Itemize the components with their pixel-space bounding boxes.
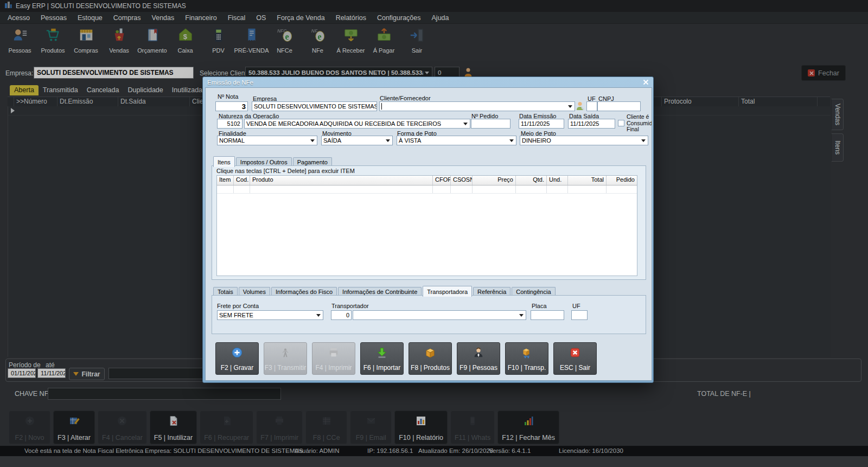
col-item: Item <box>217 176 234 185</box>
nota-label: Nº Nota <box>218 93 238 100</box>
transport-box-icon <box>521 347 533 361</box>
frete-combo-value: SEM FRETE <box>219 312 253 318</box>
chevron-down-icon <box>310 139 315 142</box>
f8-produtos-button[interactable]: F8 | Produtos <box>409 342 452 375</box>
emissao-nfe-dialog: Emissão de NFe Nº Nota 3 Empresa SOLUTI … <box>202 76 654 383</box>
forma-pgto-combo[interactable]: À VISTA <box>397 136 516 145</box>
transportador-combo[interactable] <box>353 310 526 320</box>
dialog-title: Emissão de NFe <box>207 79 253 86</box>
frete-por-conta-label: Frete por Conta <box>217 303 259 309</box>
col-preco: Preço <box>473 176 516 185</box>
movimento-combo[interactable]: SAÍDA <box>321 136 393 145</box>
button-label: F6 | Importar <box>363 364 400 372</box>
import-arrow-icon <box>376 347 388 361</box>
button-label: F8 | Produtos <box>411 364 450 372</box>
f2-gravar-button[interactable]: F2 | Gravar <box>215 342 259 375</box>
f6-importar-button[interactable]: F6 | Importar <box>360 342 404 375</box>
printer-icon <box>328 347 340 361</box>
save-plus-icon <box>231 347 243 361</box>
dialog-titlebar[interactable]: Emissão de NFe <box>205 77 651 87</box>
dialog-body: Nº Nota 3 Empresa SOLUTI DESENVOLVIMENTO… <box>205 87 652 381</box>
chevron-down-icon <box>509 139 514 142</box>
col-produto: Produto <box>250 176 433 185</box>
col-cod: Cod. <box>234 176 250 185</box>
tab-itens[interactable]: Itens <box>213 156 235 167</box>
col-und: Und. <box>547 176 568 185</box>
product-box-icon <box>424 347 436 361</box>
finalidade-combo-value: NORMAL <box>219 137 245 144</box>
meio-pgto-combo[interactable]: DINHEIRO <box>520 136 648 145</box>
dialog-close-icon[interactable] <box>643 78 649 87</box>
chevron-down-icon <box>316 314 321 317</box>
dialog-person-icon[interactable] <box>576 101 585 114</box>
cnpj-field[interactable] <box>597 101 641 111</box>
data-emissao-field[interactable]: 11/11/2025 <box>519 119 564 129</box>
transportador-code-field[interactable]: 0 <box>331 310 352 320</box>
meio-pgto-combo-value: DINHEIRO <box>522 137 551 144</box>
transmit-antenna-icon <box>279 347 291 361</box>
f4-imprimir-button: F4 | Imprimir <box>312 342 355 375</box>
chevron-down-icon <box>463 123 468 125</box>
button-label: F3 | Transmitir <box>265 364 306 372</box>
chevron-down-icon <box>519 314 524 317</box>
text-caret <box>381 103 382 110</box>
chevron-down-icon <box>641 139 646 142</box>
col-qtd: Qtd. <box>516 176 547 185</box>
data-saida-field[interactable]: 11/11/2025 <box>568 119 615 129</box>
app-root: Easy ERP | SOLUTI DESENVOLVIMENTO DE SIS… <box>0 0 868 467</box>
button-label: F2 | Gravar <box>221 364 253 372</box>
forma-pgto-combo-value: À VISTA <box>399 137 421 144</box>
chevron-down-icon <box>386 139 390 142</box>
dialog-buttons: F2 | Gravar F3 | Transmitir F4 | Imprimi… <box>215 342 597 375</box>
col-total: Total <box>568 176 607 185</box>
finalidade-combo[interactable]: NORMAL <box>217 136 317 145</box>
button-label: F4 | Imprimir <box>315 364 352 372</box>
consumidor-final-checkbox[interactable] <box>618 120 624 126</box>
items-table-header: Item Cod. Produto CFOP CSOSN Preço Qtd. … <box>217 176 637 185</box>
col-csosn: CSOSN <box>451 176 473 185</box>
pedido-field[interactable] <box>471 119 510 129</box>
placa-label: Placa <box>532 303 547 309</box>
items-delete-hint: Clique nas teclas [CTRL + Delete] para e… <box>216 168 355 174</box>
natureza-combo-value: VENDA DE MERCADORIA ADQUIRIDA OU RECEBID… <box>246 120 441 127</box>
f3-transmitir-button: F3 | Transmitir <box>264 342 307 375</box>
button-label: F10 | Transp. <box>508 364 546 372</box>
button-label: F9 | Pessoas <box>459 364 497 372</box>
nota-field[interactable]: 3 <box>215 101 248 111</box>
uf-field[interactable] <box>586 101 597 111</box>
chevron-down-icon <box>568 105 572 108</box>
person-suit-icon <box>473 347 484 361</box>
transportador-label: Transportador <box>331 303 369 309</box>
col-pedido: Pedido <box>607 176 637 185</box>
transp-uf-field[interactable] <box>571 310 588 320</box>
tab-transportadora[interactable]: Transportadora <box>423 286 472 297</box>
dlg-empresa-field[interactable]: SOLUTI DESENVOLVIMENTO DE SISTEMAS <box>252 101 377 111</box>
col-cfop: CFOP <box>433 176 451 185</box>
f10-transp-button[interactable]: F10 | Transp. <box>505 342 548 375</box>
natureza-code-field[interactable]: 5102 <box>217 119 242 129</box>
f9-pessoas-button[interactable]: F9 | Pessoas <box>457 342 500 375</box>
movimento-combo-value: SAÍDA <box>323 137 341 144</box>
natureza-combo[interactable]: VENDA DE MERCADORIA ADQUIRIDA OU RECEBID… <box>244 119 470 129</box>
exit-x-icon <box>569 347 581 361</box>
cliente-fornecedor-combo[interactable] <box>379 101 575 111</box>
transp-uf-label: UF <box>572 303 580 309</box>
transportadora-panel: Frete por Conta SEM FRETE Transportador … <box>212 295 646 334</box>
frete-por-conta-combo[interactable]: SEM FRETE <box>217 310 323 320</box>
esc-sair-button[interactable]: ESC | Sair <box>553 342 597 375</box>
items-table[interactable]: Item Cod. Produto CFOP CSOSN Preço Qtd. … <box>216 175 637 276</box>
placa-field[interactable] <box>531 310 564 320</box>
button-label: ESC | Sair <box>560 364 590 372</box>
consumidor-final-label: Cliente é Consumidor Final <box>627 114 650 133</box>
cliente-fornecedor-label: Cliente/Fornecedor <box>380 95 431 101</box>
items-empty-row <box>217 185 637 194</box>
